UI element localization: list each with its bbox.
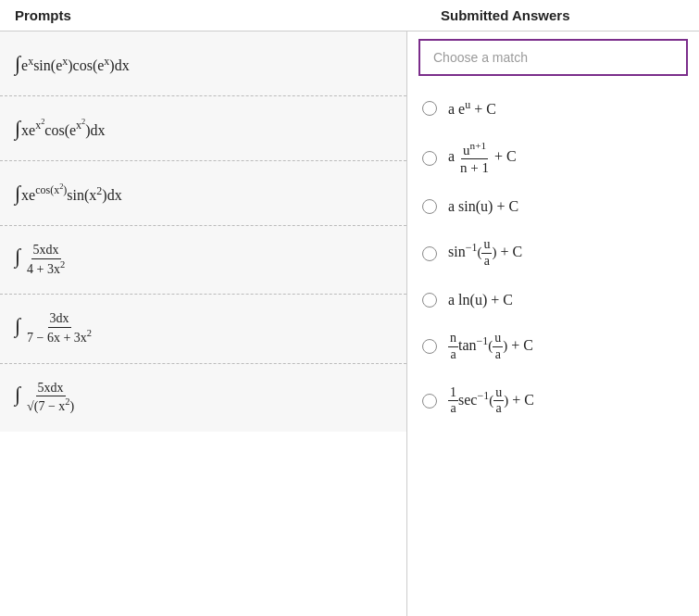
answer-item-5: a ln(u) + C: [407, 281, 699, 320]
answer-item-3: a sin(u) + C: [407, 187, 699, 226]
radio-3[interactable]: [422, 199, 437, 214]
answer-math-1: a eu + C: [448, 98, 496, 118]
prompt-item-3: ∫xecos(x2)sin(x2)dx: [0, 161, 406, 226]
prompt-item-2: ∫xex2cos(ex2)dx: [0, 96, 406, 161]
prompt-item-6: ∫ 5xdx √(7 − x2): [0, 364, 406, 432]
answer-math-7: 1asec−1(ua) + C: [448, 385, 534, 418]
answer-item-7: 1asec−1(ua) + C: [407, 374, 699, 429]
answers-header: Submitted Answers: [422, 7, 684, 23]
radio-7[interactable]: [422, 394, 437, 409]
prompt-math-4: ∫ 5xdx 4 + 3x2: [15, 243, 67, 277]
radio-1[interactable]: [422, 101, 437, 116]
answers-column: Choose a match a eu + C a un+1 n + 1 + C: [407, 31, 699, 616]
prompt-item-4: ∫ 5xdx 4 + 3x2: [0, 226, 406, 295]
prompt-item-1: ∫exsin(ex)cos(ex)dx: [0, 31, 406, 96]
dropdown-placeholder: Choose a match: [433, 50, 528, 65]
answer-item-4: sin−1(ua) + C: [407, 226, 699, 281]
radio-4[interactable]: [422, 246, 437, 261]
answer-list: a eu + C a un+1 n + 1 + C a sin(u) + C: [407, 83, 699, 432]
prompt-math-3: ∫xecos(x2)sin(x2)dx: [15, 182, 122, 206]
prompts-column: ∫exsin(ex)cos(ex)dx ∫xex2cos(ex2)dx ∫xec…: [0, 31, 407, 616]
prompt-item-5: ∫ 3dx 7 − 6x + 3x2: [0, 295, 406, 363]
answer-math-3: a sin(u) + C: [448, 198, 518, 215]
answer-math-5: a ln(u) + C: [448, 292, 513, 308]
answer-item-6: natan−1(ua) + C: [407, 320, 699, 374]
answer-math-6: natan−1(ua) + C: [448, 331, 533, 363]
radio-2[interactable]: [422, 151, 437, 166]
main-content: ∫exsin(ex)cos(ex)dx ∫xex2cos(ex2)dx ∫xec…: [0, 31, 699, 616]
prompt-math-5: ∫ 3dx 7 − 6x + 3x2: [15, 311, 94, 346]
prompt-math-1: ∫exsin(ex)cos(ex)dx: [15, 52, 130, 76]
answer-math-2: a un+1 n + 1 + C: [448, 140, 517, 176]
header: Prompts Submitted Answers: [0, 0, 699, 31]
answer-item-2: a un+1 n + 1 + C: [407, 129, 699, 187]
prompt-math-2: ∫xex2cos(ex2)dx: [15, 117, 106, 141]
radio-5[interactable]: [422, 293, 437, 308]
answer-item-1: a eu + C: [407, 87, 699, 129]
answer-math-4: sin−1(ua) + C: [448, 237, 522, 270]
prompts-header: Prompts: [15, 7, 422, 23]
prompt-math-6: ∫ 5xdx √(7 − x2): [15, 381, 76, 415]
choose-match-dropdown[interactable]: Choose a match: [418, 39, 688, 76]
radio-6[interactable]: [422, 339, 437, 354]
